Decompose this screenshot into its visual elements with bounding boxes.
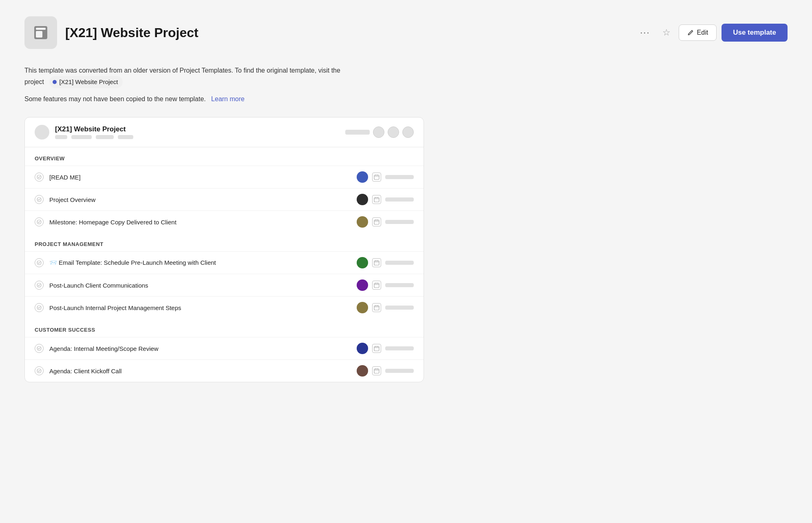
preview-circle-3 [402,126,414,138]
task-check-icon [35,303,44,312]
task-name: Project Overview [49,196,351,203]
task-meta [357,257,414,268]
svg-rect-29 [375,346,376,347]
task-name: Post-Launch Internal Project Management … [49,304,351,311]
svg-point-15 [37,261,41,265]
date-placeholder [385,306,414,310]
svg-rect-21 [375,283,376,284]
preview-tab-3 [96,135,114,139]
avatar [357,194,368,205]
table-row[interactable]: Post-Launch Client Communications [25,274,424,296]
preview-action-1 [345,130,370,135]
svg-rect-17 [375,260,376,262]
task-name: Milestone: Homepage Copy Delivered to Cl… [49,219,351,226]
svg-point-27 [37,346,41,350]
learn-more-link[interactable]: Learn more [211,95,245,102]
svg-rect-28 [374,346,379,351]
project-icon-svg [33,24,49,41]
task-name: 📨Email Template: Schedule Pre-Launch Mee… [49,259,351,266]
svg-rect-22 [377,283,378,284]
task-name: Agenda: Client Kickoff Call [49,368,351,375]
description-line2: Some features may not have been copied t… [24,94,359,104]
svg-rect-26 [377,305,378,306]
edit-button[interactable]: Edit [679,24,717,41]
svg-rect-16 [374,261,379,265]
svg-point-23 [37,306,41,310]
svg-rect-34 [377,368,378,370]
svg-rect-20 [374,283,379,288]
preview-header-info: [X21] Website Project [55,125,340,139]
task-check-icon [35,344,44,353]
calendar-icon [372,303,381,312]
svg-point-19 [37,283,41,287]
section-header-2: CUSTOMER SUCCESS [25,319,424,337]
section-header-0: OVERVIEW [25,147,424,166]
table-row[interactable]: Agenda: Internal Meeting/Scope Review [25,337,424,359]
edit-icon [687,29,694,36]
preview-tabs [55,135,340,139]
section-header-1: PROJECT MANAGEMENT [25,233,424,251]
project-badge-label: [X21] Website Project [59,77,118,87]
table-row[interactable]: Post-Launch Internal Project Management … [25,296,424,319]
task-meta [357,279,414,291]
page-header: [X21] Website Project ··· ☆ Edit Use tem… [24,16,788,49]
more-button[interactable]: ··· [636,25,654,40]
svg-rect-1 [36,28,46,30]
svg-rect-13 [375,219,376,221]
preview-header-actions [345,126,414,138]
task-meta [357,343,414,354]
task-check-icon [35,366,44,375]
task-emoji: 📨 [49,259,57,266]
svg-rect-9 [375,197,376,198]
avatar [357,171,368,183]
task-meta [357,171,414,183]
sections-container: OVERVIEW[READ ME]Project OverviewMilesto… [25,147,424,382]
date-placeholder [385,220,414,224]
table-row[interactable]: Project Overview [25,188,424,211]
date-placeholder [385,175,414,179]
svg-rect-12 [374,220,379,224]
task-check-icon [35,217,44,226]
preview-circle-2 [388,126,399,138]
calendar-icon [372,344,381,353]
svg-rect-10 [377,197,378,198]
page-title: [X21] Website Project [65,25,628,40]
use-template-button[interactable]: Use template [722,24,788,42]
preview-project-title: [X21] Website Project [55,125,340,133]
svg-point-7 [37,197,41,202]
date-placeholder [385,261,414,265]
avatar [357,343,368,354]
calendar-icon [372,258,381,267]
header-actions: ··· ☆ Edit Use template [636,24,788,42]
svg-rect-2 [36,31,42,38]
avatar [357,365,368,377]
preview-tab-1 [55,135,67,139]
project-badge[interactable]: [X21] Website Project [49,76,123,88]
task-meta [357,216,414,228]
svg-rect-18 [377,260,378,262]
table-row[interactable]: Milestone: Homepage Copy Delivered to Cl… [25,211,424,233]
date-placeholder [385,197,414,202]
table-row[interactable]: 📨Email Template: Schedule Pre-Launch Mee… [25,251,424,274]
svg-rect-6 [377,175,378,176]
table-row[interactable]: Agenda: Client Kickoff Call [25,359,424,382]
preview-header: [X21] Website Project [25,117,424,147]
preview-circle-1 [373,126,384,138]
svg-rect-5 [375,175,376,176]
task-name: [READ ME] [49,174,351,181]
star-button[interactable]: ☆ [659,25,674,40]
svg-point-31 [37,369,41,373]
date-placeholder [385,369,414,373]
description-line1: This template was converted from an olde… [24,65,359,88]
calendar-icon [372,366,381,375]
svg-point-3 [37,175,41,179]
svg-rect-30 [377,346,378,347]
svg-rect-32 [374,369,379,373]
svg-rect-24 [374,306,379,310]
task-check-icon [35,195,44,204]
table-row[interactable]: [READ ME] [25,166,424,188]
calendar-icon [372,195,381,204]
date-placeholder [385,283,414,287]
calendar-icon [372,173,381,182]
calendar-icon [372,217,381,226]
